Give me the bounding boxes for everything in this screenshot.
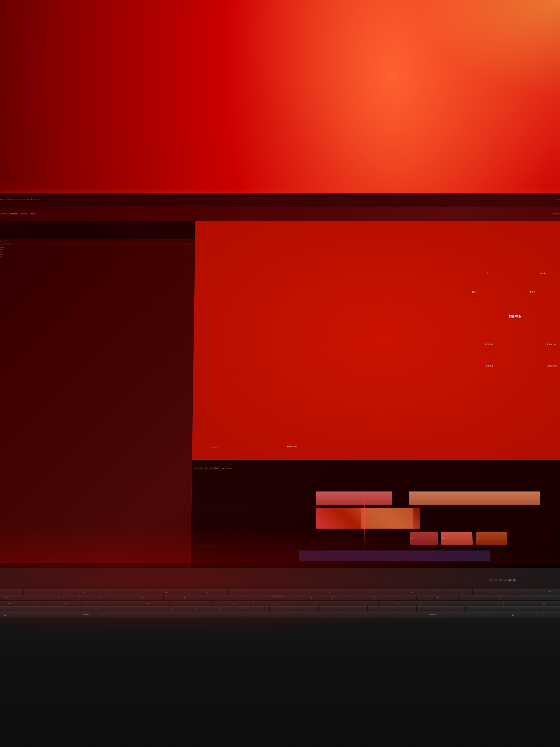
key-b[interactable]: B	[171, 607, 220, 612]
key-quote[interactable]: "'	[462, 601, 504, 606]
key-tab[interactable]: tab	[0, 595, 37, 600]
tab-metadata[interactable]: Metadata	[30, 213, 36, 214]
list-item[interactable]: 🎵 Rho2	[0, 249, 194, 250]
key-capslock[interactable]: s lock	[0, 601, 44, 606]
timeline-tab-intro[interactable]: 1_intro	[193, 467, 198, 469]
tab-info[interactable]: Info	[20, 229, 23, 231]
timeline-tab-par[interactable]: 4_par	[209, 467, 213, 469]
tab-media-browser[interactable]: Media Brow...	[7, 229, 14, 231]
key-return[interactable]: return	[466, 607, 560, 612]
key-w[interactable]: W	[79, 595, 121, 600]
key-slash[interactable]: ?/	[417, 607, 465, 612]
key-u[interactable]: U	[290, 595, 332, 600]
touch-bar-vol-down[interactable]: ⊲	[499, 579, 502, 582]
timeline-tab-all[interactable]: 3_all	[204, 467, 208, 469]
key-z[interactable]: Z	[0, 607, 24, 612]
touch-bar-brightness[interactable]: ☀	[494, 579, 498, 582]
clip-c038-5p[interactable]: C038.5P	[476, 532, 507, 545]
clip-ch3[interactable]: Ch 3→1 Croplines.prz	[316, 491, 392, 505]
menubar-sequence[interactable]: Sequence	[21, 199, 26, 200]
key-5[interactable]: %5	[187, 589, 227, 595]
key-7[interactable]: &7	[268, 589, 309, 595]
key-semicolon[interactable]: :;	[420, 601, 462, 606]
key-equal[interactable]: +=	[473, 589, 513, 595]
menubar-file[interactable]: File	[12, 199, 15, 200]
key-0[interactable]: )0	[391, 589, 431, 595]
key-alt-option-right[interactable]: alt option	[483, 612, 543, 618]
list-item[interactable]: 📁 D_ab 'to've 25.00 fps	[0, 247, 194, 248]
key-arrow-up[interactable]: ▲	[544, 612, 560, 618]
key-g[interactable]: G	[212, 601, 253, 606]
key-i[interactable]: I	[332, 595, 374, 600]
clip-glitch-2[interactable]	[361, 508, 413, 529]
list-item[interactable]: 📄 PSM T6 25.00 fps	[0, 252, 194, 254]
key-r[interactable]: R	[164, 595, 206, 600]
key-c[interactable]: C	[73, 607, 122, 612]
key-f[interactable]: F	[170, 601, 211, 606]
apple-menu[interactable]: ⌘	[0, 199, 2, 201]
key-minus[interactable]: _-	[432, 589, 472, 595]
key-v[interactable]: V	[122, 607, 171, 612]
key-k[interactable]: K	[337, 601, 378, 606]
key-comma[interactable]: <,	[319, 607, 367, 612]
menubar-edit[interactable]: Edit	[16, 199, 17, 200]
clip-c038r-1[interactable]: C038R	[410, 532, 438, 545]
menubar-window[interactable]: Window	[34, 199, 38, 200]
key-s[interactable]: S	[86, 601, 128, 606]
key-command-left[interactable]: ⌘ command	[36, 612, 136, 618]
key-9[interactable]: (9	[350, 589, 391, 595]
key-alt-option-left[interactable]: alt option	[0, 612, 35, 618]
key-d[interactable]: D	[128, 601, 169, 606]
touch-bar-mute[interactable]: 🔊	[508, 579, 512, 582]
key-1[interactable]: !1	[24, 589, 64, 595]
key-x[interactable]: X	[24, 607, 73, 612]
key-space[interactable]	[136, 612, 383, 618]
audio-clip[interactable]	[299, 550, 490, 561]
list-item[interactable]: 📄 Title 41	[0, 256, 194, 257]
key-m[interactable]: M	[270, 607, 318, 612]
menubar-clip[interactable]: Clip	[18, 199, 20, 200]
key-enter[interactable]: enter	[504, 601, 560, 606]
key-q[interactable]: Q	[37, 595, 79, 600]
key-a[interactable]: A	[45, 601, 86, 606]
key-esc[interactable]: esc	[0, 589, 23, 595]
key-6[interactable]: ^6	[228, 589, 268, 595]
list-item[interactable]: 📄 Title 34	[0, 254, 194, 255]
key-bracket-right[interactable]: }]	[501, 595, 543, 600]
key-j[interactable]: J	[295, 601, 337, 606]
key-8[interactable]: *8	[310, 589, 350, 595]
touch-bar-vol-up[interactable]: ⊳	[504, 579, 507, 582]
key-2[interactable]: @2	[64, 589, 105, 595]
menubar-title[interactable]: Title	[31, 199, 33, 200]
tab-effects[interactable]: Effects	[15, 229, 19, 231]
tab-project[interactable]: Project: v6...	[0, 229, 5, 231]
key-o[interactable]: O	[374, 595, 416, 600]
key-t[interactable]: T	[206, 595, 248, 600]
key-3[interactable]: #3	[105, 589, 146, 595]
key-n[interactable]: N	[220, 607, 269, 612]
key-l[interactable]: L	[379, 601, 420, 606]
list-item[interactable]: 🎬 Cinemastoplus-(title) Croplines.prp	[0, 245, 194, 247]
timeline-tab-office[interactable]: 2_office	[198, 467, 204, 469]
key-p[interactable]: P	[417, 595, 458, 600]
key-period[interactable]: >.	[368, 607, 417, 612]
tab-audio-clip-mixer[interactable]: Audio Clip Mixer	[19, 213, 29, 214]
menubar-marker[interactable]: Marker	[27, 199, 30, 200]
menubar-app-name[interactable]: Premiere Pro CC	[4, 199, 12, 200]
touch-bar-siri[interactable]	[513, 579, 516, 582]
tab-program[interactable]: Program: JL	[553, 213, 560, 214]
clip-cinemastoplus[interactable]: <cinemastoplus 2->3> Coutines.prz	[409, 491, 540, 505]
tab-source[interactable]: Source: rbb_2	[0, 213, 8, 214]
key-bracket-left[interactable]: {[	[459, 595, 501, 600]
key-command-right[interactable]: ⌘ command	[383, 612, 483, 618]
list-item[interactable]: 📄 Title 14	[0, 250, 194, 252]
menubar-help[interactable]: Help	[39, 199, 41, 200]
clip-c038r-2[interactable]: C038R+4	[441, 532, 473, 545]
key-e[interactable]: E	[122, 595, 163, 600]
timeline-tab-ending[interactable]: 5_ending	[213, 467, 219, 469]
tab-effect-controls[interactable]: Effect Controls	[9, 213, 18, 214]
key-delete[interactable]: delete	[513, 589, 560, 595]
key-4[interactable]: $4	[146, 589, 186, 595]
touch-bar-back[interactable]: ‹	[489, 579, 493, 582]
key-h[interactable]: H	[254, 601, 295, 606]
